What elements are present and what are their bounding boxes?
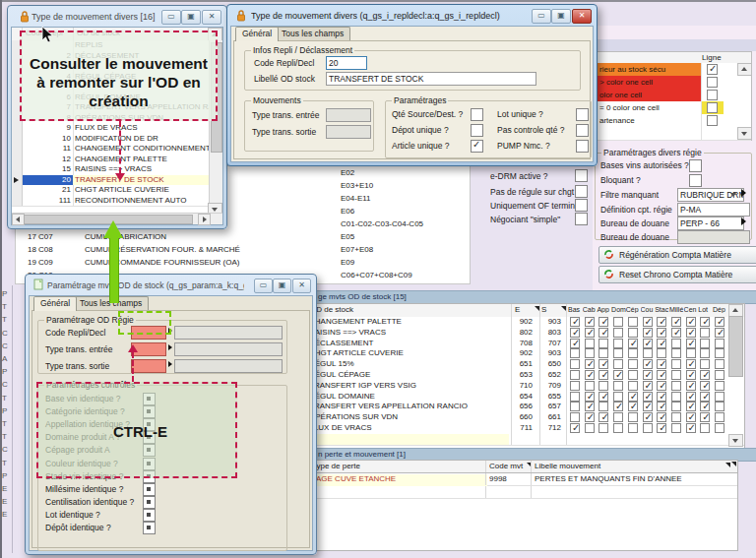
mvts-checkbox[interactable] [570, 412, 580, 422]
definition-cpt-input[interactable]: P-MA [677, 203, 750, 217]
mvts-checkbox[interactable] [585, 370, 595, 380]
mvts-checkbox[interactable] [643, 339, 653, 348]
mvts-checkbox[interactable] [570, 328, 580, 338]
mvts-checkbox[interactable] [585, 423, 595, 433]
mvts-checkbox[interactable] [686, 370, 696, 380]
mvts-checkbox[interactable] [613, 381, 623, 391]
mvts-checkbox[interactable] [700, 402, 710, 411]
mvts-checkbox[interactable] [657, 423, 666, 433]
mvts-checkbox[interactable] [598, 317, 608, 327]
mvts-checkbox[interactable] [613, 359, 623, 369]
mvts-checkbox[interactable] [671, 370, 681, 380]
od-regie-code-field[interactable] [131, 359, 166, 373]
perte-row[interactable]: AGE CUVE ETANCHE 9998 PERTES ET MANQUANT… [314, 473, 737, 486]
legend-row[interactable]: = 0 color one cell [598, 101, 751, 115]
minimize-button[interactable]: ▭ [254, 279, 273, 293]
mvts-checkbox[interactable] [671, 339, 681, 348]
param-checkbox[interactable] [576, 140, 589, 153]
mvts-checkbox[interactable] [585, 348, 595, 358]
mvts-checkbox[interactable] [686, 381, 696, 391]
mvts-checkbox[interactable] [700, 348, 710, 358]
mvts-checkbox[interactable] [657, 370, 666, 380]
mvts-checkbox[interactable] [598, 392, 608, 402]
mvts-checkbox[interactable] [613, 412, 623, 422]
mvts-checkbox[interactable] [643, 412, 653, 422]
mvts-checkbox[interactable] [715, 402, 724, 411]
mvts-checkbox[interactable] [613, 392, 623, 402]
flag-checkbox[interactable] [575, 185, 588, 198]
mvts-checkbox[interactable] [715, 359, 724, 369]
close-button[interactable]: ✕ [572, 9, 592, 24]
mvts-checkbox[interactable] [671, 381, 681, 391]
mvts-checkbox[interactable] [686, 317, 696, 327]
mvts-checkbox[interactable] [628, 412, 638, 422]
movement-row[interactable]: 111RECONDITIONNEMENT AUTO [12, 196, 210, 208]
legend-checkbox[interactable] [707, 77, 718, 88]
mvts-checkbox[interactable] [671, 402, 681, 411]
mvts-checkbox[interactable] [715, 317, 724, 327]
mvts-checkbox[interactable] [628, 423, 638, 433]
mvts-checkbox[interactable] [700, 317, 710, 327]
mvts-checkbox[interactable] [598, 348, 608, 358]
mvts-checkbox[interactable] [643, 359, 653, 369]
mvts-checkbox[interactable] [613, 317, 623, 327]
legend-scroll-down[interactable] [737, 127, 752, 140]
filtre-lookup-icon[interactable] [741, 189, 746, 197]
controle-checkbox[interactable] [143, 522, 156, 534]
mvts-checkbox[interactable] [643, 381, 653, 391]
window-movement-detail-titlebar[interactable]: Type de mouvement divers (q_gs_i_repldec… [227, 5, 597, 26]
mvts-checkbox[interactable] [715, 412, 724, 422]
mvts-checkbox[interactable] [585, 328, 595, 338]
mvts-checkbox[interactable] [657, 317, 666, 327]
regeneration-compta-button[interactable]: Régénération Compta Matière [598, 246, 756, 264]
mvts-checkbox[interactable] [686, 339, 696, 348]
mvts-checkbox[interactable] [585, 402, 595, 411]
mvts-checkbox[interactable] [570, 359, 580, 369]
mvts-checkbox[interactable] [715, 423, 724, 433]
controle-checkbox[interactable] [143, 496, 156, 509]
minimize-button[interactable]: ▭ [532, 9, 551, 24]
mvts-checkbox[interactable] [628, 370, 638, 380]
maximize-button[interactable]: ▣ [273, 279, 291, 293]
mvts-checkbox[interactable] [628, 348, 638, 358]
tab-tous-les-champs[interactable]: Tous les champs [275, 27, 350, 40]
bloquant-checkbox[interactable] [689, 174, 702, 187]
mvts-checkbox[interactable] [585, 339, 595, 348]
mvts-checkbox[interactable] [570, 423, 580, 433]
legend-row[interactable]: olor one cell [598, 89, 751, 102]
mvts-checkbox[interactable] [700, 370, 710, 380]
od-regie-lookup-icon[interactable] [168, 344, 172, 350]
legend-checkbox[interactable] [707, 64, 718, 75]
tab-general[interactable]: Général [33, 296, 77, 311]
libelle-od-input[interactable]: TRANSFERT DE STOCK [326, 72, 536, 86]
mvts-checkbox[interactable] [657, 359, 666, 369]
mvts-checkbox[interactable] [598, 328, 608, 338]
mvts-checkbox[interactable] [686, 423, 696, 433]
mvts-checkbox[interactable] [657, 339, 666, 348]
mvts-checkbox[interactable] [570, 381, 580, 391]
mvts-checkbox[interactable] [643, 402, 653, 411]
controle-checkbox[interactable] [143, 509, 156, 522]
mvts-checkbox[interactable] [585, 359, 595, 369]
legend-row[interactable]: > color one cell [598, 76, 751, 90]
mvts-checkbox[interactable] [700, 328, 710, 338]
reset-chrono-button[interactable]: Reset Chrono Compta Matière [598, 266, 756, 283]
legend-checkbox[interactable] [707, 90, 718, 100]
mvts-checkbox[interactable] [671, 423, 681, 433]
flag-checkbox[interactable] [575, 199, 588, 212]
close-button[interactable]: ✕ [292, 279, 311, 293]
mvts-checkbox[interactable] [715, 381, 724, 391]
mvts-checkbox[interactable] [628, 317, 638, 327]
param-checkbox[interactable] [471, 108, 483, 121]
legend-row[interactable]: artenance [598, 114, 751, 128]
legend-scroll-up[interactable] [737, 63, 752, 76]
mvts-checkbox[interactable] [671, 348, 681, 358]
mvts-checkbox[interactable] [700, 412, 710, 422]
flag-checkbox[interactable] [575, 213, 588, 225]
bureau-douane-input[interactable]: PERP - 66 [677, 217, 744, 230]
mvts-checkbox[interactable] [643, 317, 653, 327]
param-checkbox[interactable] [471, 140, 483, 153]
mvts-checkbox[interactable] [657, 392, 666, 402]
mvts-checkbox[interactable] [715, 339, 724, 348]
mvts-checkbox[interactable] [715, 370, 724, 380]
